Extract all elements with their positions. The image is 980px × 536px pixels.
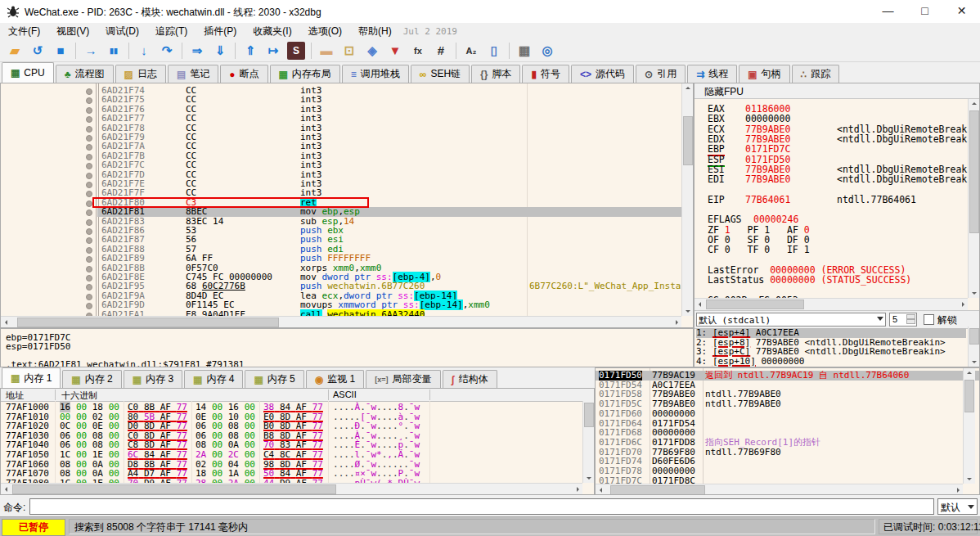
scroll-arrow-icon[interactable] <box>969 99 979 110</box>
menu-item[interactable]: 选项(O) <box>300 23 350 39</box>
breakpoint-dot-icon[interactable] <box>86 144 92 151</box>
scroll-arrow-icon[interactable] <box>964 473 974 484</box>
registers-v-scrollbar[interactable] <box>968 99 980 298</box>
breakpoint-dot-icon[interactable] <box>86 107 92 114</box>
breakpoint-dot-icon[interactable] <box>86 191 92 197</box>
menu-item[interactable]: 文件(F) <box>0 23 48 39</box>
call-argument-row[interactable]: 4: [esp+10] 00000000 <box>696 357 966 367</box>
tab-log[interactable]: ▨日志 <box>115 65 166 83</box>
scroll-thumb[interactable] <box>683 116 693 165</box>
tab-seh[interactable]: ∞SEH链 <box>411 65 470 83</box>
scroll-arrow-icon[interactable] <box>1 484 11 494</box>
disasm-h-scrollbar[interactable] <box>1 316 681 328</box>
scroll-thumb[interactable] <box>706 300 804 309</box>
stack-row[interactable]: 0171FD6000000000 <box>596 409 979 419</box>
scroll-arrow-icon[interactable] <box>964 368 974 379</box>
tab-source[interactable]: <>源代码 <box>571 65 634 83</box>
font-size-icon[interactable]: A₂ <box>461 40 482 61</box>
restart-icon[interactable]: ↺ <box>27 40 48 61</box>
stack-h-scrollbar[interactable] <box>596 484 963 495</box>
register-line[interactable]: CF 0 TF 0 IF 1 <box>708 244 810 255</box>
stack-panel[interactable]: 0171FD5077B9AC19返回到 ntdll.77B9AC19 自 ntd… <box>595 367 980 495</box>
tab-graph[interactable]: ♣流程图 <box>56 65 114 83</box>
tab-threads[interactable]: ⇉线程 <box>687 65 737 83</box>
command-mode-select[interactable]: 默认 <box>937 498 978 515</box>
run-icon[interactable]: → <box>80 40 101 61</box>
hide-fpu-button[interactable]: 隐藏FPU <box>695 83 979 99</box>
tab-dump-2[interactable]: ▦内存 2 <box>62 370 121 388</box>
tab-struct[interactable]: ʃ结构体 <box>443 370 497 388</box>
menu-item[interactable]: 帮助(H) <box>350 23 400 39</box>
scroll-arrow-icon[interactable] <box>969 356 979 367</box>
breakpoint-dot-icon[interactable] <box>86 247 92 254</box>
disasm-v-scrollbar[interactable] <box>681 83 694 316</box>
execute-till-return-icon[interactable]: ⇑ <box>240 40 261 61</box>
command-input[interactable] <box>29 498 934 515</box>
breakpoint-dot-icon[interactable] <box>86 294 92 300</box>
tab-dump-5[interactable]: ▦内存 5 <box>245 370 303 388</box>
register-line[interactable]: EDI77B9ABE0<ntdll.DbgUiRemoteBreakin> <box>708 173 980 185</box>
tab-watch-1[interactable]: ◉监视 1 <box>306 370 365 388</box>
scroll-arrow-icon[interactable] <box>583 472 594 483</box>
run-to-user-code-icon[interactable]: ↦ <box>263 40 284 61</box>
menu-item[interactable]: 调试(D) <box>97 23 147 39</box>
breakpoint-dot-icon[interactable] <box>86 97 92 104</box>
breakpoint-dot-icon[interactable] <box>86 182 92 188</box>
memory-dump-panel[interactable]: 地址 十六进制 ASCII 77AF100016 00 18 00C0 8B A… <box>0 388 595 495</box>
stack-row[interactable]: 0171FD7800000000 <box>596 466 979 476</box>
disasm-row[interactable]: 6AD21F77CCint3 <box>1 114 693 123</box>
disasm-row[interactable]: 6AD21F7CCCint3 <box>1 160 693 169</box>
scroll-arrow-icon[interactable] <box>1 317 11 327</box>
pause-icon[interactable]: ▮▮ <box>103 40 124 61</box>
scroll-thumb[interactable] <box>969 328 979 345</box>
scroll-thumb[interactable] <box>12 484 336 494</box>
unlock-checkbox[interactable]: 解锁 <box>924 313 957 327</box>
scroll-arrow-icon[interactable] <box>695 299 705 309</box>
menu-item[interactable]: 追踪(T) <box>147 23 196 39</box>
dump-v-scrollbar[interactable] <box>582 401 595 483</box>
breakpoint-dot-icon[interactable] <box>86 303 92 309</box>
tab-symbols[interactable]: ▮符号 <box>522 65 569 83</box>
disassembly-panel[interactable]: 6AD21F74CCint36AD21F75CCint36AD21F76CCin… <box>0 83 694 328</box>
breakpoint-dot-icon[interactable] <box>86 266 92 273</box>
scroll-thumb[interactable] <box>17 318 279 327</box>
arg-count-stepper[interactable]: 5 <box>889 313 917 327</box>
disasm-row[interactable]: 6AD21F9D0F1145 ECmovups xmmword ptr ss:[… <box>1 300 693 309</box>
scroll-thumb[interactable] <box>584 403 594 427</box>
dump-h-scrollbar[interactable] <box>1 483 582 495</box>
bookmarks-icon[interactable]: ▼ <box>384 40 406 61</box>
scroll-thumb[interactable] <box>964 380 974 412</box>
step-into-icon[interactable]: ↓ <box>133 40 155 61</box>
scroll-arrow-icon[interactable] <box>596 484 606 495</box>
stack-v-scrollbar[interactable] <box>963 368 975 484</box>
tab-script[interactable]: {}脚本 <box>471 65 520 83</box>
stack-row[interactable]: 0171FD5077B9AC19返回到 ntdll.77B9AC19 自 ntd… <box>596 371 979 381</box>
functions-icon[interactable]: fx <box>407 40 429 61</box>
step-out-icon[interactable]: ⇓ <box>209 40 231 61</box>
tab-breakpoints[interactable]: ●断点 <box>220 65 267 83</box>
breakpoint-dot-icon[interactable] <box>86 88 92 95</box>
tab-trace[interactable]: ∴跟踪 <box>792 65 840 83</box>
donate-globe-icon[interactable]: ◎ <box>537 40 558 61</box>
tab-notes[interactable]: ▤笔记 <box>168 65 218 83</box>
maximize-button[interactable]: □ <box>906 0 943 23</box>
hash-icon[interactable]: # <box>430 40 452 61</box>
tab-locals[interactable]: [x=]局部变量 <box>366 370 440 388</box>
menu-item[interactable]: 视图(V) <box>48 23 97 39</box>
scroll-arrow-icon[interactable] <box>671 317 681 327</box>
breakpoint-dot-icon[interactable] <box>86 275 92 282</box>
stack-row[interactable]: 0171FD6C0171FDD8指向SEH_Record[1]的指针 <box>596 438 979 448</box>
register-line[interactable]: LastStatus 00000000 (STATUS_SUCCESS) <box>708 274 911 286</box>
scroll-thumb[interactable] <box>969 110 979 233</box>
breakpoint-dot-icon[interactable] <box>86 135 92 142</box>
labels-icon[interactable]: ◈ <box>362 40 383 61</box>
menu-item[interactable]: 收藏夹(I) <box>245 23 299 39</box>
breakpoint-dot-icon[interactable] <box>86 126 92 133</box>
scroll-arrow-icon[interactable] <box>682 83 693 94</box>
breakpoint-dot-icon[interactable] <box>86 284 92 291</box>
scroll-thumb[interactable] <box>610 485 705 495</box>
breakpoint-dot-icon[interactable] <box>86 173 92 179</box>
tab-dump-1[interactable]: ▦内存 1 <box>2 367 61 388</box>
register-line[interactable]: EIP77B64061ntdll.77B64061 <box>708 194 916 205</box>
scylla-icon[interactable]: S <box>287 42 305 60</box>
